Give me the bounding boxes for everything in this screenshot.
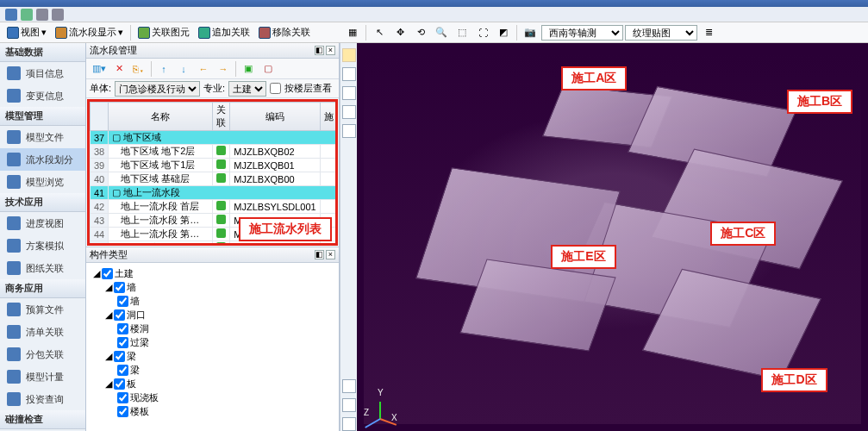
nav-group-model: 模型管理 xyxy=(0,107,85,126)
nav-progress[interactable]: 进度视图 xyxy=(0,212,85,234)
mode6-icon[interactable] xyxy=(342,379,356,393)
flow-panel-header: 流水段管理 ◧× xyxy=(86,43,339,59)
body-label: 单体: xyxy=(90,82,111,95)
delete-icon[interactable]: ✕ xyxy=(109,60,128,78)
mode7-icon[interactable] xyxy=(342,398,356,412)
flow-display[interactable]: 流水段显示▾ xyxy=(52,25,127,40)
zone-e: 施工E区 xyxy=(551,245,615,269)
flow-table[interactable]: 名称 关联 编码 施 37▢ 地下区域38地下区域 地下2层MJZLBXQB02… xyxy=(90,102,335,243)
mode3-icon[interactable] xyxy=(342,86,356,100)
nav-flow-segment[interactable]: 流水段划分 xyxy=(0,148,85,171)
table-row[interactable]: 40地下区域 基础层MJZLBXQB00 xyxy=(91,172,336,186)
up-icon[interactable]: ↑ xyxy=(154,60,173,78)
view-toolbar: ▦ ↖ ✥ ⟲ 🔍 ⬚ ⛶ ◩ 📷 西南等轴测 纹理贴图 ≣ xyxy=(340,22,868,43)
component-tree[interactable]: ◢ 土建 ◢ 墙 墙 ◢ 洞口 楼洞 过梁 ◢ 梁 梁 ◢ 板 现浇板 楼板 xyxy=(86,263,339,431)
link-icon xyxy=(216,146,226,155)
spec-select[interactable]: 土建 xyxy=(228,81,266,97)
collapse-icon[interactable]: ▢ xyxy=(259,60,278,78)
view-menu[interactable]: 视图▾ xyxy=(3,25,50,40)
zoom-win-icon[interactable]: ⬚ xyxy=(453,24,471,41)
down-icon[interactable]: ↓ xyxy=(174,60,193,78)
zoom-icon[interactable]: 🔍 xyxy=(432,24,451,41)
table-row[interactable]: 38地下区域 地下2层MJZLBXQB02 xyxy=(91,145,336,159)
left-icon[interactable]: ← xyxy=(194,60,213,78)
nav-group-tech: 技术应用 xyxy=(0,193,85,212)
link-icon xyxy=(216,228,226,238)
close-icon[interactable]: × xyxy=(326,250,335,259)
viewport-3d[interactable]: 施工A区 施工B区 施工C区 施工D区 施工E区 Y X Z xyxy=(357,43,868,431)
zone-a: 施工A区 xyxy=(561,66,627,91)
left-nav: 基础数据 项目信息 变更信息 模型管理 模型文件 流水段划分 模型浏览 技术应用… xyxy=(0,43,86,431)
close-elem[interactable]: 关联图元 xyxy=(134,25,193,40)
nav-drawing[interactable]: 图纸关联 xyxy=(0,257,85,279)
link-icon xyxy=(216,159,226,169)
link-icon xyxy=(216,173,226,183)
camera-icon[interactable]: 📷 xyxy=(521,24,540,41)
close-icon[interactable]: × xyxy=(326,46,335,55)
zone-d: 施工D区 xyxy=(761,368,827,392)
link-icon xyxy=(216,242,226,243)
right-icon[interactable]: → xyxy=(214,60,233,78)
app-icon xyxy=(5,9,17,21)
tree-header: 构件类型 ◧× xyxy=(86,247,339,263)
layers-icon[interactable]: ≣ xyxy=(699,24,718,41)
render-combo[interactable]: 纹理贴图 xyxy=(625,25,697,41)
pointer-icon[interactable]: ↖ xyxy=(370,24,389,41)
nav-invest[interactable]: 投资查询 xyxy=(0,388,85,410)
section-icon[interactable]: ◩ xyxy=(494,24,513,41)
link-icon xyxy=(216,215,226,224)
flow-toolbar: ▥▾ ✕ ⎘▾ ↑ ↓ ← → ▣ ▢ xyxy=(86,59,339,79)
nav-model-file[interactable]: 模型文件 xyxy=(0,126,85,148)
body-select[interactable]: 门急诊楼及行动 xyxy=(115,81,200,97)
axis-gizmo: Y X Z xyxy=(365,391,397,422)
table-row[interactable]: 39地下区域 地下1层MJZLBXQB01 xyxy=(91,159,336,172)
redo-icon[interactable] xyxy=(52,9,64,21)
nav-project-info[interactable]: 项目信息 xyxy=(0,62,85,84)
nav-change-info[interactable]: 变更信息 xyxy=(0,84,85,107)
nav-subcon[interactable]: 分包关联 xyxy=(0,343,85,365)
mode5-icon[interactable] xyxy=(342,124,356,138)
nav-list-rel[interactable]: 清单关联 xyxy=(0,321,85,343)
nav-group-clash: 碰撞检查 xyxy=(0,410,85,429)
view-combo[interactable]: 西南等轴测 xyxy=(541,25,623,41)
spec-label: 专业: xyxy=(203,82,225,95)
table-row[interactable]: 41▢ 地上一流水段 xyxy=(91,186,336,200)
save-icon[interactable] xyxy=(21,9,33,21)
copy-icon[interactable]: ⎘▾ xyxy=(129,60,148,78)
link-icon xyxy=(216,201,226,210)
nav-group-biz: 商务应用 xyxy=(0,279,85,298)
red-callout: 施工流水列表 xyxy=(239,217,332,241)
mode4-icon[interactable] xyxy=(342,105,356,119)
pin-icon[interactable]: ◧ xyxy=(315,250,324,259)
remove-rel[interactable]: 移除关联 xyxy=(255,25,314,40)
mode1-icon[interactable] xyxy=(342,48,356,62)
zone-c: 施工C区 xyxy=(710,222,776,246)
table-row[interactable]: 42地上一流水段 首层MJZLBSYLSDL001 xyxy=(91,200,336,214)
new-icon[interactable]: ▥▾ xyxy=(90,60,109,78)
zoom-fit-icon[interactable]: ⛶ xyxy=(473,24,492,41)
undo-icon[interactable] xyxy=(36,9,48,21)
orbit-icon[interactable]: ⟲ xyxy=(411,24,430,41)
expand-icon[interactable]: ▣ xyxy=(239,60,258,78)
grid-icon[interactable]: ▦ xyxy=(343,24,362,41)
pin-icon[interactable]: ◧ xyxy=(315,46,324,55)
mode8-icon[interactable] xyxy=(342,417,356,431)
vertical-toolbar xyxy=(340,43,357,431)
floor-check-label: 按楼层查看 xyxy=(284,82,332,95)
mode2-icon[interactable] xyxy=(342,67,356,81)
nav-measure[interactable]: 模型计量 xyxy=(0,365,85,388)
zone-b: 施工B区 xyxy=(787,90,852,114)
nav-model-browse[interactable]: 模型浏览 xyxy=(0,171,85,193)
add-rel[interactable]: 追加关联 xyxy=(195,25,253,40)
pan-icon[interactable]: ✥ xyxy=(390,24,409,41)
table-row[interactable]: 37▢ 地下区域 xyxy=(91,131,336,145)
nav-budget[interactable]: 预算文件 xyxy=(0,298,85,321)
floor-check[interactable] xyxy=(270,83,281,94)
nav-scheme[interactable]: 方案模拟 xyxy=(0,234,85,257)
nav-group-basic: 基础数据 xyxy=(0,43,85,62)
